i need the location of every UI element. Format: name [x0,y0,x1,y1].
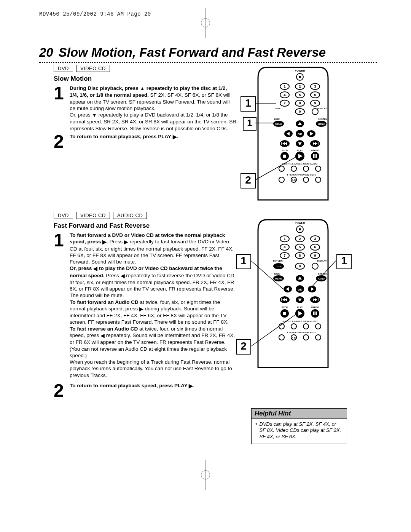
svg-text:SYSTEM: SYSTEM [318,273,328,275]
svg-point-136 [279,324,284,329]
step-2-fast: 2 To return to normal playback speed, pr… [54,382,236,399]
play-triangle-icon: ▶ [189,383,193,389]
svg-point-138 [303,324,309,329]
svg-point-63 [315,166,321,171]
svg-text:DISC: DISC [274,118,280,120]
svg-point-144 [303,335,309,340]
step-number-2b: 2 [54,382,65,399]
svg-text:3: 3 [314,85,316,88]
svg-text:MENU: MENU [318,123,325,125]
svg-point-56 [311,152,319,160]
svg-text:1: 1 [284,237,285,241]
svg-text:PAUSE: PAUSE [311,306,319,308]
svg-point-61 [291,166,296,171]
svg-text:4: 4 [284,245,285,249]
svg-point-62 [303,166,309,171]
up-triangle-icon: ▲ [140,85,145,92]
svg-text:7: 7 [284,101,285,105]
txt: Or, press [70,265,93,271]
hint-body: •DVDs can play at SF 2X, SF 4X, or SF 8X… [251,419,347,444]
crop-mark-top [196,8,215,38]
txt: To fast reverse an Audio CD [70,326,138,332]
svg-text:MENU: MENU [318,278,325,280]
svg-text:SUBTITLE  ANGLE  ZOOM  AUDIO: SUBTITLE ANGLE ZOOM AUDIO [282,320,318,323]
play-triangle-icon: ▶ [173,134,177,140]
svg-text:OK: OK [298,288,302,291]
callout-1-left: 1 [236,254,251,269]
heading-slow-motion: Slow Motion [54,75,236,83]
txt: To return to normal playback, press PLAY [70,134,173,139]
svg-point-137 [291,324,296,329]
txt: When you reach the beginning of a Track … [70,359,232,378]
page-number: 20 [39,45,53,60]
helpful-hint-box: Helpful Hint •DVDs can play at SF 2X, SF… [251,408,347,444]
step-2-fast-body: To return to normal playback speed, pres… [70,382,194,389]
svg-text:DISPLAY: DISPLAY [317,107,327,110]
svg-text:DISPLAY: DISPLAY [317,260,327,262]
callout-2a: 2 [241,173,256,189]
svg-text:3: 3 [314,237,316,241]
txt: To return to normal playback speed, pres… [70,383,189,388]
running-head: MDV450 25/09/2002 9:46 AM Page 20 [39,11,151,17]
svg-text:2: 2 [299,237,301,241]
step-1: 1 During Disc playback, press ▲ repeated… [54,85,236,132]
svg-point-100 [312,263,318,269]
tag-audio-cd: AUDIO CD [113,212,147,219]
remote-svg-2: POWER 1 2 3 4 5 6 7 8 9 RETURN DISPLAY T… [251,219,335,371]
svg-point-75 [299,228,301,230]
svg-rect-58 [315,154,317,158]
remote-illustration-1: POWER 1 2 3 4 5 6 7 8 9 0 URN DISPLAY DI… [251,67,335,205]
svg-text:9: 9 [314,101,316,105]
svg-text:DISC: DISC [274,273,280,275]
txt: During Disc playback, press [70,85,140,91]
tag-dvd-2: DVD [54,212,73,219]
svg-text:6: 6 [314,93,316,97]
svg-text:MENU: MENU [275,278,282,280]
callout-1b: 1 [243,117,256,131]
svg-text:6: 6 [314,245,316,249]
heading-fast: Fast Forward and Fast Reverse [54,222,236,230]
svg-point-60 [279,166,284,171]
txt: To fast forward an Audio CD [70,299,139,305]
step-number-2: 2 [54,133,65,150]
svg-rect-134 [315,312,317,315]
section-slow-motion: DVD VIDEO CD Slow Motion 1 During Disc p… [54,65,236,151]
svg-text:SUBTITLE  ANGLE  ZOOM  AUDIO: SUBTITLE ANGLE ZOOM AUDIO [282,163,318,165]
svg-point-68 [303,177,309,182]
remote-illustration-2: POWER 1 2 3 4 5 6 7 8 9 RETURN DISPLAY T… [251,219,335,373]
step-number-1b: 1 [54,232,65,248]
svg-text:9: 9 [314,254,316,257]
svg-text:OK: OK [298,133,302,136]
svg-text:0: 0 [299,110,301,113]
down-triangle-icon: ▼ [92,112,97,118]
tag-video-cd: VIDEO CD [76,65,110,72]
svg-point-145 [315,335,321,340]
svg-text:PAUSE: PAUSE [311,149,319,152]
svg-text:0: 0 [299,264,301,268]
svg-text:POWER: POWER [295,222,305,224]
tag-dvd: DVD [54,65,73,72]
left-triangle-icon: ◀ [100,332,105,339]
svg-rect-129 [283,312,286,315]
step-2: 2 To return to normal playback, press PL… [54,133,236,150]
svg-rect-53 [283,155,286,158]
svg-point-69 [315,177,321,182]
svg-text:1: 1 [284,85,285,88]
step-1-body: During Disc playback, press ▲ repeatedly… [70,85,236,132]
svg-text:URN: URN [276,107,280,110]
svg-point-141 [279,335,284,340]
step-1-fast: 1 To fast forward a DVD or Video CD at t… [54,232,236,379]
callout-2-left: 2 [236,339,251,355]
step-1-fast-body: To fast forward a DVD or Video CD at twi… [70,232,236,379]
svg-text:4: 4 [284,93,285,97]
left-triangle-icon: ◀ [121,273,125,279]
svg-rect-57 [313,154,315,158]
txt: . Press [107,239,124,244]
remote-svg-1: POWER 1 2 3 4 5 6 7 8 9 0 URN DISPLAY DI… [251,67,335,204]
svg-text:PLAY: PLAY [297,149,303,152]
left-triangle-icon: ◀ [93,265,97,272]
right-triangle-icon: ▶ [124,239,128,245]
svg-text:A-B: A-B [292,179,296,181]
svg-point-1 [299,76,301,78]
svg-text:STOP: STOP [282,306,288,308]
